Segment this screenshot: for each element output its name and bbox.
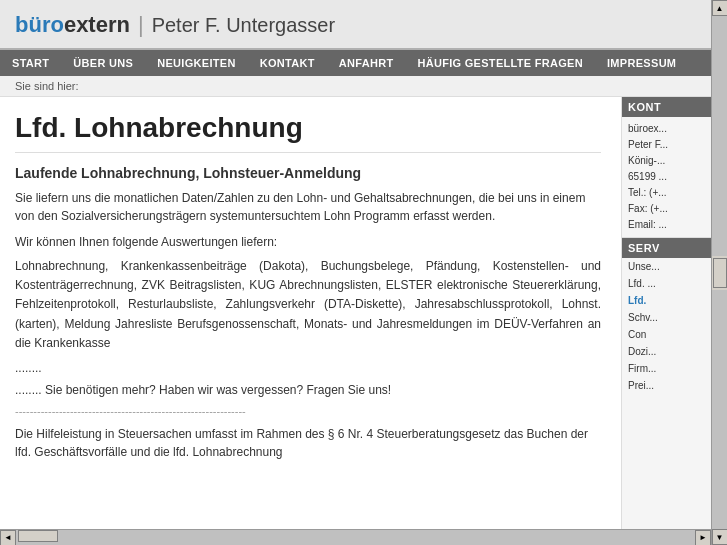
- body-text: Lohnabrechnung, Krankenkassenbeiträge (D…: [15, 257, 601, 353]
- nav-faq[interactable]: HÄUFIG GESTELLTE FRAGEN: [405, 50, 595, 76]
- contact-line-5: Tel.: (+...: [628, 185, 705, 201]
- sidebar-nav-dozi[interactable]: Dozi...: [622, 343, 711, 360]
- dashes-divider: ----------------------------------------…: [15, 405, 601, 417]
- sidebar-nav-lfd2[interactable]: Lfd.: [622, 292, 711, 309]
- footer-text: Die Hilfeleistung in Steuersachen umfass…: [15, 425, 601, 461]
- main-content: Lfd. Lohnabrechnung Laufende Lohnabrechn…: [0, 97, 621, 529]
- nav-anfahrt[interactable]: ANFAHRT: [327, 50, 406, 76]
- intro-text: Sie liefern uns die monatlichen Daten/Za…: [15, 189, 601, 225]
- scroll-thumb[interactable]: [713, 258, 727, 288]
- right-sidebar: KONT büroex... Peter F... König-... 6519…: [621, 97, 711, 529]
- sidebar-nav-con[interactable]: Con: [622, 326, 711, 343]
- scroll-track-bottom: [712, 290, 727, 530]
- scroll-left-button[interactable]: ◄: [0, 530, 16, 546]
- can-provide-label: Wir können Ihnen folgende Auswertungen l…: [15, 235, 601, 249]
- main-nav: START ÜBER UNS NEUIGKEITEN KONTAKT ANFAH…: [0, 50, 711, 76]
- nav-start[interactable]: START: [0, 50, 61, 76]
- sidebar-nav-lfd1[interactable]: Lfd. ...: [622, 275, 711, 292]
- logo-buro: büro: [15, 12, 64, 37]
- sidebar-nav-schv[interactable]: Schv...: [622, 309, 711, 326]
- scroll-down-button[interactable]: ▼: [712, 529, 728, 545]
- nav-neuigkeiten[interactable]: NEUIGKEITEN: [145, 50, 247, 76]
- contact-info: büroex... Peter F... König-... 65199 ...…: [622, 117, 711, 238]
- contact-line-2: Peter F...: [628, 137, 705, 153]
- contact-line-6: Fax: (+...: [628, 201, 705, 217]
- sidebar-nav-prei[interactable]: Prei...: [622, 377, 711, 394]
- contact-line-1: büroex...: [628, 121, 705, 137]
- nav-impressum[interactable]: IMPRESSUM: [595, 50, 688, 76]
- contact-line-4: 65199 ...: [628, 169, 705, 185]
- vertical-scrollbar: ▲ ▼: [711, 0, 727, 545]
- subtitle: Laufende Lohnabrechnung, Lohnsteuer-Anme…: [15, 165, 601, 181]
- logo-separator: |: [138, 12, 144, 38]
- header: büroextern | Peter F. Untergasser: [0, 0, 711, 50]
- scroll-right-button[interactable]: ►: [695, 530, 711, 546]
- service-section-header: SERV: [622, 238, 711, 258]
- question-text: ........ Sie benötigen mehr? Haben wir w…: [15, 383, 601, 397]
- contact-line-3: König-...: [628, 153, 705, 169]
- scroll-thumb-h[interactable]: [18, 530, 58, 542]
- content-area: Lfd. Lohnabrechnung Laufende Lohnabrechn…: [0, 97, 711, 529]
- sidebar-nav-firm[interactable]: Firm...: [622, 360, 711, 377]
- contact-section-header: KONT: [622, 97, 711, 117]
- logo: büroextern: [15, 12, 130, 38]
- owner-name: Peter F. Untergasser: [152, 14, 335, 37]
- nav-kontakt[interactable]: KONTAKT: [248, 50, 327, 76]
- logo-extern: extern: [64, 12, 130, 37]
- nav-uber-uns[interactable]: ÜBER UNS: [61, 50, 145, 76]
- dots1: ........: [15, 361, 601, 375]
- scroll-track-h: [16, 530, 695, 545]
- sidebar-nav-unse[interactable]: Unse...: [622, 258, 711, 275]
- scroll-track-top: [712, 16, 727, 256]
- breadcrumb: Sie sind hier:: [0, 76, 711, 97]
- horizontal-scrollbar: ◄ ►: [0, 529, 711, 545]
- page-title: Lfd. Lohnabrechnung: [15, 112, 601, 153]
- contact-line-7: Email: ...: [628, 217, 705, 233]
- scroll-up-button[interactable]: ▲: [712, 0, 728, 16]
